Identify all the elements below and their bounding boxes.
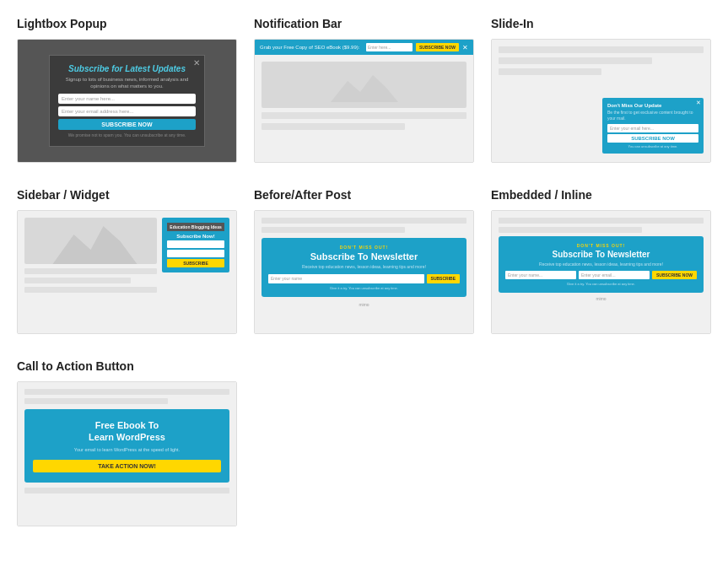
slidein-close-icon[interactable]: ✕: [696, 100, 701, 106]
ba-widget: DON'T MISS OUT! Subscribe To Newsletter …: [262, 238, 466, 297]
ba-subscribe-button[interactable]: SUBSCRIBE: [427, 274, 460, 283]
notification-preview: Grab your Free Copy of SEO eBook ($9.99)…: [254, 39, 474, 163]
cta-widget-title: Free Ebook ToLearn WordPress: [33, 419, 221, 444]
sidebar-main-content: [24, 218, 157, 326]
slidein-subscribe-button[interactable]: SUBSCRIBE NOW: [607, 134, 698, 143]
slidein-widget: ✕ Don't Miss Our Update Be the first to …: [602, 98, 704, 154]
lightbox-email-input[interactable]: Enter your email address here...: [58, 106, 196, 116]
embedded-section: Embedded / Inline DON'T MISS OUT! Subscr…: [491, 188, 711, 334]
ba-widget-sub: Receive top education news, lesson ideas…: [268, 264, 460, 270]
notification-section: Notification Bar Grab your Free Copy of …: [254, 17, 474, 163]
embedded-title: Embedded / Inline: [491, 188, 711, 202]
sidebar-widget-title: Subscribe Now!: [167, 234, 224, 239]
cta-preview: Free Ebook ToLearn WordPress Your email …: [17, 381, 237, 526]
sidebar-line-2: [24, 278, 131, 283]
sidebar-image: [24, 218, 157, 264]
emb-line-2: [499, 227, 642, 233]
notification-content: Grab your Free Copy of SEO eBook ($9.99)…: [255, 40, 473, 162]
emb-subscribe-button[interactable]: SUBSCRIBE NOW: [652, 271, 697, 279]
slidein-body: [492, 40, 710, 86]
sidebar-name-input[interactable]: [167, 240, 224, 248]
notification-bar: Grab your Free Copy of SEO eBook ($9.99)…: [255, 40, 473, 55]
sidebar-subscribe-button[interactable]: SUBSCRIBE: [167, 259, 224, 267]
notification-email-input[interactable]: Enter here...: [366, 43, 413, 51]
lightbox-popup-title: Subscribe for Latest Updates: [58, 64, 196, 73]
emb-name-input[interactable]: Enter your name...: [505, 271, 576, 279]
emb-dont-miss-label: DON'T MISS OUT!: [505, 243, 697, 248]
beforeafter-section: Before/After Post DON'T MISS OUT! Subscr…: [254, 188, 474, 334]
slidein-widget-title: Don't Miss Our Update: [607, 103, 698, 108]
beforeafter-preview: DON'T MISS OUT! Subscribe To Newsletter …: [254, 210, 474, 334]
mountain-icon: [331, 68, 398, 102]
sidebar-section: Sidebar / Widget Education Blogging Idea…: [17, 188, 237, 334]
sidebar-line-3: [24, 287, 157, 293]
notification-title: Notification Bar: [254, 17, 474, 30]
cta-line-2: [24, 398, 168, 404]
cta-section-title: Call to Action Button: [17, 359, 237, 373]
emb-footer: mimo: [499, 296, 704, 301]
embedded-content: DON'T MISS OUT! Subscribe To Newsletter …: [492, 211, 710, 333]
ba-dont-miss-label: DON'T MISS OUT!: [268, 245, 460, 250]
emb-email-input[interactable]: Enter your email...: [579, 271, 650, 279]
emb-widget-sub: Receive top education news, lesson ideas…: [505, 262, 697, 267]
beforeafter-content: DON'T MISS OUT! Subscribe To Newsletter …: [255, 211, 473, 333]
sidebar-widget-header: Education Blogging Ideas: [167, 223, 224, 231]
embedded-preview: DON'T MISS OUT! Subscribe To Newsletter …: [491, 210, 711, 334]
ba-name-input[interactable]: Enter your name: [268, 274, 424, 283]
slidein-note: You can unsubscribe at any time.: [607, 144, 698, 148]
sidebar-title: Sidebar / Widget: [17, 188, 237, 202]
close-icon: ✕: [193, 58, 200, 67]
sidebar-widget-container: Education Blogging Ideas Subscribe Now! …: [162, 218, 229, 326]
sidebar-mountain-icon: [24, 218, 157, 264]
slidein-line-2: [499, 57, 652, 64]
cta-action-button[interactable]: TAKE ACTION NOW!: [33, 460, 221, 472]
sidebar-line-1: [24, 268, 157, 274]
lightbox-section: Lightbox Popup ✕ Subscribe for Latest Up…: [17, 17, 237, 163]
sidebar-preview: Education Blogging Ideas Subscribe Now! …: [17, 210, 237, 334]
emb-widget: DON'T MISS OUT! Subscribe To Newsletter …: [499, 236, 704, 293]
cta-line-3: [24, 488, 229, 494]
lightbox-title: Lightbox Popup: [17, 17, 237, 30]
slidein-widget-sub: Be the first to get exclusive content br…: [607, 110, 698, 121]
ba-widget-title: Subscribe To Newsletter: [268, 251, 460, 262]
slidein-content: ✕ Don't Miss Our Update Be the first to …: [492, 40, 710, 162]
notification-bar-text: Grab your Free Copy of SEO eBook ($9.99)…: [260, 45, 363, 50]
slidein-section: Slide-In ✕ Don't Miss Our Update Be the …: [491, 17, 711, 163]
notif-line-2: [262, 123, 405, 130]
sidebar-email-input[interactable]: [167, 250, 224, 257]
ba-line-1: [262, 218, 466, 224]
cta-content: Free Ebook ToLearn WordPress Your email …: [18, 382, 236, 526]
lightbox-note: We promise not to spam you. You can unsu…: [58, 132, 196, 138]
beforeafter-title: Before/After Post: [254, 188, 474, 202]
ba-form-row: Enter your name SUBSCRIBE: [268, 274, 460, 283]
slidein-line-3: [499, 68, 601, 75]
slidein-title: Slide-In: [491, 17, 711, 30]
ba-note: Give it a try. You can unsubscribe at an…: [268, 286, 460, 290]
slidein-line-1: [499, 46, 704, 53]
notif-line-1: [262, 112, 466, 119]
lightbox-subscribe-button[interactable]: SUBSCRIBE NOW: [58, 119, 196, 130]
lightbox-preview: ✕ Subscribe for Latest Updates Signup to…: [17, 39, 237, 163]
sidebar-widget: Education Blogging Ideas Subscribe Now! …: [162, 218, 229, 272]
emb-form-row: Enter your name... Enter your email... S…: [505, 271, 697, 279]
slidein-email-input[interactable]: Enter your email here...: [607, 124, 698, 132]
cta-widget-sub: Your email to learn WordPress at the spe…: [33, 447, 221, 454]
slidein-preview: ✕ Don't Miss Our Update Be the first to …: [491, 39, 711, 163]
cta-section: Call to Action Button Free Ebook ToLearn…: [17, 359, 237, 526]
notification-body: [255, 55, 473, 141]
lightbox-popup-sub: Signup to lots of business news, informe…: [58, 76, 196, 90]
lightbox-inner: ✕ Subscribe for Latest Updates Signup to…: [49, 55, 205, 148]
lightbox-backdrop: ✕ Subscribe for Latest Updates Signup to…: [18, 40, 236, 162]
emb-note: Give it a try. You can unsubscribe at an…: [505, 282, 697, 286]
notification-close-icon[interactable]: ✕: [462, 44, 468, 51]
notification-subscribe-button[interactable]: SUBSCRIBE NOW: [416, 43, 459, 51]
sidebar-content: Education Blogging Ideas Subscribe Now! …: [18, 211, 236, 333]
cta-line-1: [24, 389, 229, 395]
cta-widget: Free Ebook ToLearn WordPress Your email …: [24, 409, 229, 483]
notification-image: [262, 62, 466, 108]
emb-widget-title: Subscribe To Newsletter: [505, 250, 697, 260]
emb-line-1: [499, 218, 704, 224]
lightbox-name-input[interactable]: Enter your name here...: [58, 94, 196, 104]
ba-line-2: [262, 227, 405, 233]
ba-footer: mimo: [262, 302, 466, 307]
